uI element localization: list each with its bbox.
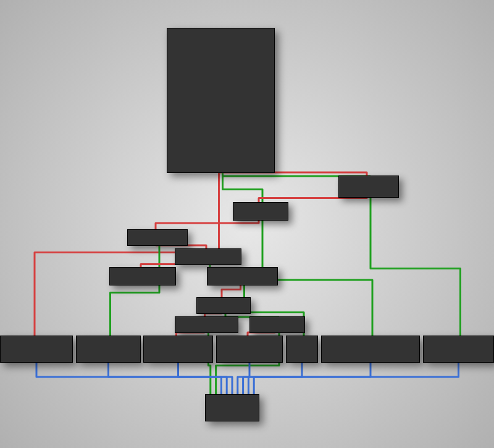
node-leaf5[interactable] [286, 336, 318, 363]
edge-r2a-to-leaf2-green [111, 246, 160, 336]
node-leaf6[interactable] [321, 336, 420, 363]
edge-r1a-to-leaf7-green [371, 198, 461, 336]
edge-r1b-to-r2a-red [156, 221, 259, 229]
node-r1b[interactable] [233, 202, 288, 221]
node-r2a[interactable] [127, 229, 188, 246]
edge-leaf4-to-sink-blue [238, 363, 249, 394]
node-r5b[interactable] [249, 316, 305, 333]
diagram-canvas [0, 0, 494, 448]
node-leaf3[interactable] [143, 336, 213, 363]
edge-root-to-r1b-green [223, 173, 263, 202]
node-r3a[interactable] [109, 267, 176, 285]
node-r5a[interactable] [175, 316, 238, 333]
node-r1a[interactable] [338, 175, 399, 198]
node-sink[interactable] [205, 394, 259, 421]
node-leaf4[interactable] [216, 336, 283, 363]
node-r4[interactable] [196, 297, 251, 314]
edge-leaf1-to-sink-blue [36, 363, 221, 394]
edge-leaf6-to-sink-blue [248, 363, 371, 394]
edge-leaf7-to-sink-blue [254, 363, 458, 394]
edge-leaf3-to-sink-blue [178, 363, 233, 394]
node-r3b[interactable] [207, 267, 278, 285]
edge-leaf5-to-sink-blue [243, 363, 302, 394]
node-leaf1[interactable] [0, 336, 73, 363]
node-r2b[interactable] [175, 248, 241, 265]
node-leaf2[interactable] [76, 336, 141, 363]
edge-r1a-to-r1b-red [259, 198, 367, 202]
node-root[interactable] [167, 28, 275, 173]
edge-r3b-to-r4-red [222, 285, 241, 297]
node-leaf7[interactable] [423, 336, 494, 363]
edge-leaf2-to-sink-blue [109, 363, 227, 394]
